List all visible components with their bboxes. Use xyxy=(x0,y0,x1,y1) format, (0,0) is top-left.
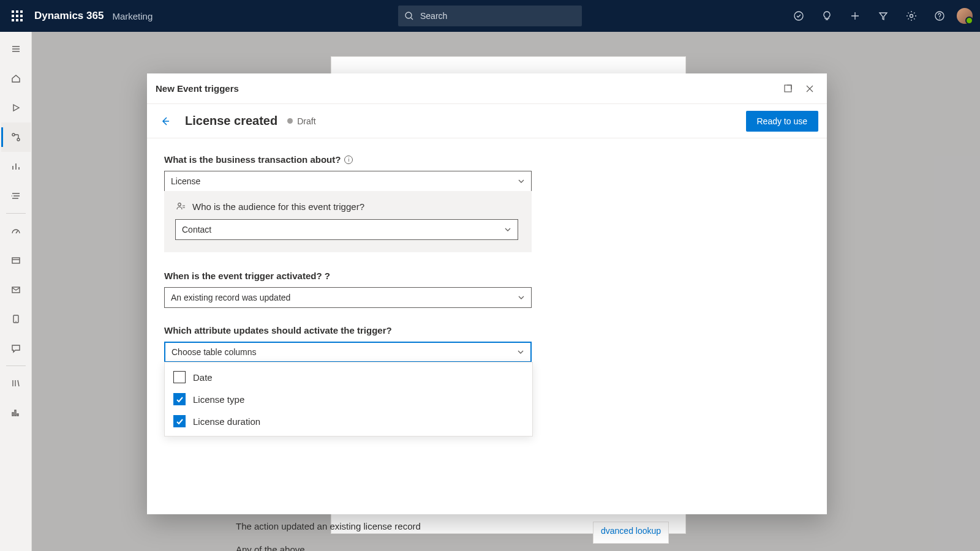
sidebar-card[interactable] xyxy=(1,246,31,275)
add-icon[interactable] xyxy=(843,4,867,28)
svg-rect-7 xyxy=(12,258,20,263)
audience-label: Who is the audience for this event trigg… xyxy=(175,201,521,212)
sidebar-mobile[interactable] xyxy=(1,304,31,334)
q3-label-text: Which attribute updates should activate … xyxy=(164,325,392,335)
svg-rect-11 xyxy=(785,85,791,92)
sidebar-chat[interactable] xyxy=(1,334,31,363)
background-text-2: Any of the above xyxy=(236,544,305,551)
q1-label: What is the business transaction about? … xyxy=(164,154,810,165)
chevron-down-icon xyxy=(504,226,511,233)
svg-point-0 xyxy=(405,12,412,18)
waffle-icon xyxy=(12,10,23,21)
checkbox[interactable] xyxy=(173,371,186,383)
svg-point-10 xyxy=(15,321,17,322)
search-icon xyxy=(404,11,414,21)
q2-label: When is the event trigger activated? ? xyxy=(164,271,810,281)
svg-point-5 xyxy=(12,133,15,136)
info-icon[interactable]: i xyxy=(344,156,353,164)
app-launcher-button[interactable] xyxy=(5,4,29,28)
sidebar-separator-2 xyxy=(6,365,26,366)
attribute-columns-placeholder: Choose table columns xyxy=(172,347,257,357)
modal-title: New Event triggers xyxy=(156,83,239,94)
sidebar-library[interactable] xyxy=(1,369,31,398)
arrow-left-icon xyxy=(159,115,172,127)
audience-icon xyxy=(175,201,186,212)
audience-value: Contact xyxy=(182,225,211,234)
modal-body: What is the business transaction about? … xyxy=(147,138,827,514)
option-label: Date xyxy=(193,372,213,383)
audience-select[interactable]: Contact xyxy=(175,219,518,240)
chevron-down-icon xyxy=(518,178,525,185)
assistant-icon[interactable] xyxy=(786,4,811,28)
sidebar-flow[interactable] xyxy=(1,181,31,211)
status-label: Draft xyxy=(297,116,315,126)
option-license-type[interactable]: License type xyxy=(165,388,532,410)
popout-icon[interactable] xyxy=(778,79,797,99)
sidebar-hamburger[interactable] xyxy=(1,34,31,64)
advanced-lookup-button[interactable]: dvanced lookup xyxy=(593,522,669,544)
sidebar-home[interactable] xyxy=(1,64,31,93)
settings-icon[interactable] xyxy=(899,4,924,28)
attribute-columns-select[interactable]: Choose table columns xyxy=(164,342,532,362)
sidebar-play[interactable] xyxy=(1,93,31,122)
brand-label: Dynamics 365 xyxy=(34,10,104,22)
sidebar-mail[interactable] xyxy=(1,275,31,304)
svg-point-3 xyxy=(910,15,913,18)
sidebar-analytics[interactable] xyxy=(1,152,31,181)
filter-icon[interactable] xyxy=(871,4,895,28)
activation-select[interactable]: An existing record was updated xyxy=(164,287,532,308)
modal-header: New Event triggers xyxy=(147,73,827,104)
option-label: License type xyxy=(193,394,244,405)
ready-to-use-button[interactable]: Ready to use xyxy=(746,111,819,132)
close-icon[interactable] xyxy=(800,79,820,99)
chevron-down-icon xyxy=(518,294,525,301)
audience-panel: Who is the audience for this event trigg… xyxy=(164,191,532,252)
avatar[interactable] xyxy=(956,7,974,25)
module-label: Marketing xyxy=(112,11,153,21)
sidebar-speed[interactable] xyxy=(1,216,31,246)
sidebar-triggers[interactable] xyxy=(1,122,31,152)
sidebar-separator xyxy=(6,213,26,214)
modal-header-actions xyxy=(778,79,820,99)
record-title: License created xyxy=(185,114,277,128)
back-button[interactable] xyxy=(156,111,175,131)
option-label: License duration xyxy=(193,416,260,427)
lightbulb-icon[interactable] xyxy=(815,4,839,28)
option-license-duration[interactable]: License duration xyxy=(165,410,532,432)
q1-label-text: What is the business transaction about? xyxy=(164,154,341,165)
audience-label-text: Who is the audience for this event trigg… xyxy=(192,201,364,212)
option-date[interactable]: Date xyxy=(165,366,532,388)
sidebar xyxy=(0,32,32,551)
status-pill: Draft xyxy=(287,116,315,126)
activation-value: An existing record was updated xyxy=(171,293,290,302)
modal-subheader: License created Draft Ready to use xyxy=(147,104,827,138)
search-input[interactable] xyxy=(398,6,582,26)
header-actions xyxy=(786,4,974,28)
q2-label-text: When is the event trigger activated? ? xyxy=(164,271,330,281)
checkbox[interactable] xyxy=(173,393,186,405)
search-wrap xyxy=(398,6,582,26)
background-text-1: The action updated an existing license r… xyxy=(236,521,421,531)
attribute-columns-dropdown: Date License type License duration xyxy=(164,362,533,437)
checkbox[interactable] xyxy=(173,415,186,427)
status-dot-icon xyxy=(287,118,293,124)
chevron-down-icon xyxy=(517,348,524,356)
svg-point-2 xyxy=(794,12,803,20)
business-transaction-value: License xyxy=(171,176,200,186)
app-header: Dynamics 365 Marketing xyxy=(0,0,980,32)
help-icon[interactable] xyxy=(927,4,952,28)
new-event-trigger-modal: New Event triggers License created Draft… xyxy=(147,73,827,514)
svg-point-6 xyxy=(17,138,20,141)
q3-label: Which attribute updates should activate … xyxy=(164,325,810,335)
sidebar-chart[interactable] xyxy=(1,398,31,427)
svg-line-1 xyxy=(411,18,413,20)
business-transaction-select[interactable]: License xyxy=(164,171,532,192)
svg-point-12 xyxy=(178,203,181,206)
subheader-left: License created Draft xyxy=(156,111,316,131)
